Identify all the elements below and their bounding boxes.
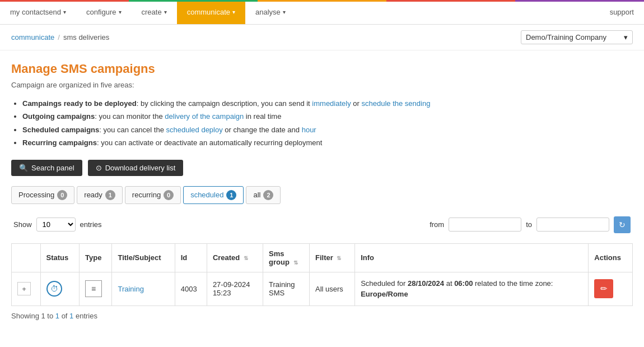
tab-all[interactable]: all 2 bbox=[246, 186, 281, 204]
status-clock-icon: ⏱ bbox=[46, 281, 62, 297]
sms-group-cell: TrainingSMS bbox=[263, 272, 310, 306]
col-expand bbox=[12, 243, 41, 272]
table-footer-info: Showing 1 to 1 of 1 entries bbox=[11, 312, 633, 320]
col-title: Title/Subject bbox=[112, 243, 175, 272]
processing-badge: 0 bbox=[57, 190, 67, 200]
nav-support[interactable]: support bbox=[600, 0, 644, 24]
action-buttons: 🔍 Search panel ⊙ Download delivery list bbox=[11, 160, 633, 176]
tab-processing[interactable]: Processing 0 bbox=[11, 186, 74, 204]
col-filter[interactable]: Filter ⇅ bbox=[310, 243, 355, 272]
breadcrumb: communicate / sms deliveries bbox=[11, 33, 109, 41]
ready-badge: 1 bbox=[105, 190, 115, 200]
scheduled-badge: 1 bbox=[226, 190, 236, 200]
breadcrumb-separator: / bbox=[58, 33, 60, 41]
bullet-item-4: Recurring campaigns: you can activate or… bbox=[22, 136, 633, 149]
main-content: Manage SMS campaigns Campaign are organi… bbox=[0, 50, 644, 331]
chevron-down-icon: ▾ bbox=[119, 9, 122, 15]
all-badge: 2 bbox=[263, 190, 273, 200]
entries-per-page-select[interactable]: 10 25 50 100 bbox=[36, 218, 76, 232]
col-status: Status bbox=[40, 243, 80, 272]
download-icon: ⊙ bbox=[96, 164, 102, 172]
bullet-item-2: Outgoing campaigns: you can monitor the … bbox=[22, 110, 633, 123]
tab-recurring[interactable]: recurring 0 bbox=[125, 186, 181, 204]
status-tabs: Processing 0 ready 1 recurring 0 schedul… bbox=[11, 186, 633, 204]
feature-list: Campaings ready to be deployed: by click… bbox=[11, 97, 633, 150]
title-cell: Training bbox=[112, 272, 175, 306]
bullet-item-3: Scheduled campaigns: you can cancel the … bbox=[22, 123, 633, 136]
col-info: Info bbox=[355, 243, 589, 272]
created-cell: 27-09-202415:23 bbox=[207, 272, 263, 306]
search-icon: 🔍 bbox=[19, 164, 28, 172]
top-navigation: my contactsend ▾ configure ▾ create ▾ co… bbox=[0, 0, 644, 25]
type-cell: ≡ bbox=[80, 272, 112, 306]
col-id: Id bbox=[175, 243, 207, 272]
expand-cell: + bbox=[12, 272, 41, 306]
table-controls: Show 10 25 50 100 entries from to ↻ bbox=[11, 212, 633, 238]
breadcrumb-bar: communicate / sms deliveries Demo/Traini… bbox=[0, 25, 644, 50]
status-cell: ⏱ bbox=[40, 272, 80, 306]
bullet-item-1: Campaings ready to be deployed: by click… bbox=[22, 97, 633, 110]
nav-my-contactsend[interactable]: my contactsend ▾ bbox=[0, 0, 76, 24]
breadcrumb-communicate[interactable]: communicate bbox=[11, 33, 54, 41]
filter-cell: All users bbox=[310, 272, 355, 306]
id-cell: 4003 bbox=[175, 272, 207, 306]
chevron-down-icon: ▾ bbox=[232, 9, 235, 15]
page-subtitle: Campaign are organized in five areas: bbox=[11, 81, 633, 89]
nav-communicate[interactable]: communicate ▾ bbox=[177, 0, 245, 24]
download-delivery-button[interactable]: ⊙ Download delivery list bbox=[88, 160, 184, 176]
from-date-input[interactable] bbox=[449, 218, 521, 232]
to-date-input[interactable] bbox=[536, 218, 609, 232]
tab-scheduled[interactable]: scheduled 1 bbox=[183, 186, 244, 204]
nav-analyse[interactable]: analyse ▾ bbox=[245, 0, 296, 24]
actions-cell: ✏ bbox=[589, 272, 633, 306]
chevron-down-icon: ▾ bbox=[624, 33, 628, 41]
refresh-button[interactable]: ↻ bbox=[614, 216, 631, 233]
col-actions: Actions bbox=[589, 243, 633, 272]
breadcrumb-current: sms deliveries bbox=[63, 33, 109, 41]
col-type: Type bbox=[80, 243, 112, 272]
chevron-down-icon: ▾ bbox=[164, 9, 167, 15]
tab-ready[interactable]: ready 1 bbox=[77, 186, 123, 204]
campaign-title-link[interactable]: Training bbox=[118, 285, 143, 293]
edit-action-button[interactable]: ✏ bbox=[594, 279, 613, 298]
campaigns-table: Status Type Title/Subject Id Created ⇅ S… bbox=[11, 243, 633, 306]
recurring-badge: 0 bbox=[164, 190, 174, 200]
date-filter-control: from to ↻ bbox=[430, 216, 631, 233]
page-title: Manage SMS campaigns bbox=[11, 62, 633, 76]
info-cell: Scheduled for 28/10/2024 at 06:00 relate… bbox=[355, 272, 589, 306]
col-sms-group[interactable]: Smsgroup ⇅ bbox=[263, 243, 310, 272]
chevron-down-icon: ▾ bbox=[63, 9, 66, 15]
table-row: + ⏱ ≡ Training 4003 27-09-202415:23 Trai… bbox=[12, 272, 633, 306]
search-panel-button[interactable]: 🔍 Search panel bbox=[11, 160, 82, 176]
col-created[interactable]: Created ⇅ bbox=[207, 243, 263, 272]
nav-create[interactable]: create ▾ bbox=[132, 0, 177, 24]
nav-configure[interactable]: configure ▾ bbox=[76, 0, 131, 24]
expand-icon[interactable]: + bbox=[17, 282, 31, 295]
type-document-icon: ≡ bbox=[85, 280, 102, 297]
show-entries-control: Show 10 25 50 100 entries bbox=[13, 218, 102, 232]
chevron-down-icon: ▾ bbox=[283, 9, 286, 15]
company-selector[interactable]: Demo/Training Company ▾ bbox=[521, 30, 633, 44]
